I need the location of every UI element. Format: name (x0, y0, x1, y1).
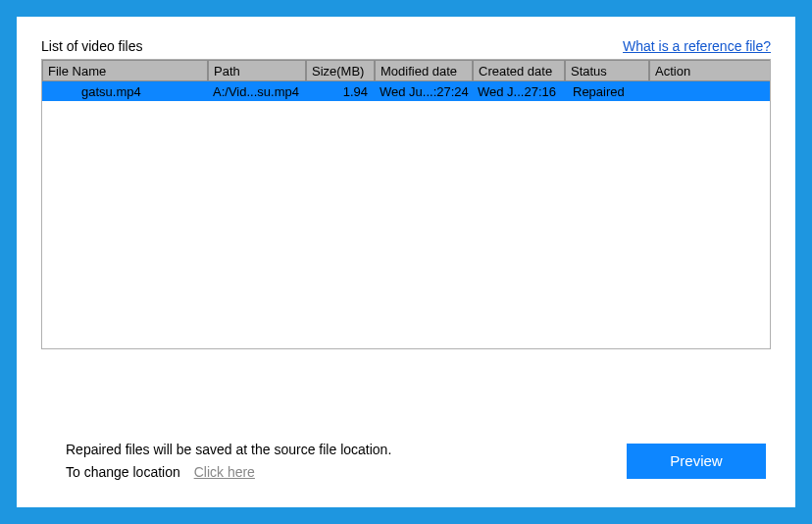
column-header-status[interactable]: Status (565, 60, 649, 81)
app-window: List of video files What is a reference … (17, 17, 795, 507)
title-row: List of video files What is a reference … (41, 38, 771, 54)
cell-status: Repaired (565, 84, 649, 99)
cell-size: 1.94 (306, 84, 375, 99)
table-header-row: File Name Path Size(MB) Modified date Cr… (42, 60, 770, 81)
cell-modified: Wed Ju...:27:24 (375, 84, 473, 99)
video-files-table: File Name Path Size(MB) Modified date Cr… (41, 59, 771, 349)
list-title: List of video files (41, 38, 143, 54)
column-header-size[interactable]: Size(MB) (306, 60, 375, 81)
table-row[interactable]: gatsu.mp4 A:/Vid...su.mp4 1.94 Wed Ju...… (42, 81, 770, 101)
cell-created: Wed J...27:16 (473, 84, 565, 99)
column-header-action[interactable]: Action (649, 60, 770, 81)
footer-line2: To change location Click here (66, 461, 391, 483)
column-header-filename[interactable]: File Name (42, 60, 208, 81)
cell-filename: gatsu.mp4 (42, 84, 208, 99)
footer-text: Repaired files will be saved at the sour… (66, 439, 391, 483)
column-header-created[interactable]: Created date (473, 60, 565, 81)
cell-path: A:/Vid...su.mp4 (208, 84, 306, 99)
preview-button[interactable]: Preview (627, 444, 766, 479)
footer-line1: Repaired files will be saved at the sour… (66, 439, 391, 460)
footer-line2-prefix: To change location (66, 464, 180, 480)
reference-file-link[interactable]: What is a reference file? (623, 38, 771, 54)
change-location-link[interactable]: Click here (194, 464, 255, 480)
column-header-modified[interactable]: Modified date (375, 60, 473, 81)
column-header-path[interactable]: Path (208, 60, 306, 81)
footer: Repaired files will be saved at the sour… (41, 399, 771, 483)
